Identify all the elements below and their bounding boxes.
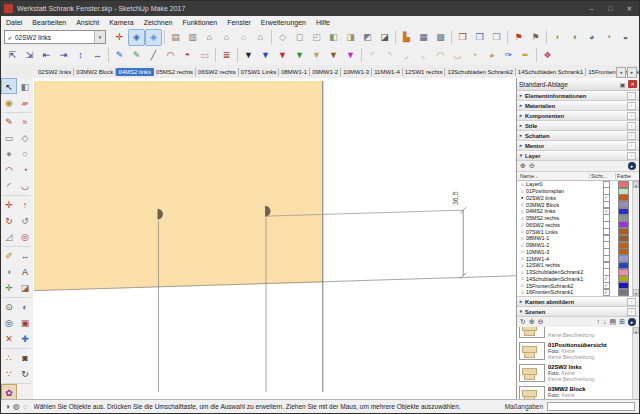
camera-tool[interactable]: ◙ xyxy=(17,349,33,365)
followme-2-icon[interactable]: ◝ xyxy=(381,47,398,64)
layer-color-swatch[interactable] xyxy=(618,289,629,296)
toolbar-icon[interactable] xyxy=(451,30,452,44)
layer-radio[interactable]: ○ xyxy=(519,189,526,194)
section-detail-icon[interactable]: ▫ xyxy=(627,132,636,140)
tray-section-bar[interactable]: ▸ Elementinformationen ▫ xyxy=(517,91,639,101)
section-detail-icon[interactable]: ▫ xyxy=(627,142,636,150)
chart-icon[interactable]: ▙ xyxy=(398,29,415,46)
add-layer-icon[interactable]: ⊕ xyxy=(520,161,526,171)
layers-section-bar[interactable]: ▾ Layer ▫ xyxy=(517,151,639,161)
menu-item[interactable]: Erweiterungen xyxy=(256,19,311,26)
drill-green-icon[interactable]: ▼ xyxy=(291,47,308,64)
toolbar-icon[interactable] xyxy=(546,30,547,44)
box-view-icon[interactable]: ▥ xyxy=(184,29,201,46)
section-detail-icon[interactable]: ▫ xyxy=(627,102,636,110)
paint-bucket-tool[interactable]: ◉ xyxy=(1,94,17,110)
toolbar-icon[interactable] xyxy=(507,30,508,44)
section-detail-icon[interactable]: ▫ xyxy=(627,122,636,130)
render-wireframe-icon[interactable]: ◻ xyxy=(291,29,308,46)
zoom-window-tool[interactable]: ▣ xyxy=(17,314,33,330)
pen-yellow-icon[interactable]: ✒ xyxy=(517,47,534,64)
layer-visible-checkbox[interactable]: ✓ xyxy=(603,289,611,297)
layer-radio[interactable]: ○ xyxy=(519,182,526,187)
pan-tool[interactable]: ✚ xyxy=(17,330,33,346)
dimension-tool[interactable]: ↔ xyxy=(17,247,33,263)
pie-tool[interactable]: ◔ xyxy=(17,161,33,177)
layer-radio[interactable]: ○ xyxy=(519,249,526,254)
rectangle-tool[interactable]: ▭ xyxy=(1,129,17,145)
dim-tool-4-icon[interactable]: ⇥ xyxy=(55,47,72,64)
move-scene-up-icon[interactable]: ↑ xyxy=(597,317,601,327)
view-options-icon[interactable]: ▤ xyxy=(610,317,617,327)
scene-details-icon[interactable]: ▸ xyxy=(628,318,636,326)
rotate-tool[interactable]: ↻ xyxy=(1,212,17,228)
dim-tool-3-icon[interactable]: ⇤ xyxy=(38,47,55,64)
scene-tab[interactable]: 03MW2 Block xyxy=(74,68,116,76)
scene-tab[interactable]: 06SW2 rechts xyxy=(196,68,239,76)
remove-layer-icon[interactable]: ⊖ xyxy=(529,161,535,171)
move-scene-down-icon[interactable]: ↓ xyxy=(603,317,607,327)
pencil-green-icon[interactable]: ✎ xyxy=(128,47,145,64)
followme-8-icon[interactable]: ◕ xyxy=(483,47,500,64)
geolocation-icon[interactable]: ◑ xyxy=(5,401,10,413)
close-button[interactable]: ✕ xyxy=(620,1,639,16)
view-tool-icon-1[interactable]: ◈ xyxy=(128,29,145,46)
measurements-input[interactable] xyxy=(547,402,635,411)
axes-tool[interactable]: ✛ xyxy=(1,279,17,295)
minimize-button[interactable]: – xyxy=(582,1,601,16)
rect-pink-icon[interactable]: ▭ xyxy=(196,47,213,64)
update-scene-icon[interactable]: ↻ xyxy=(520,317,526,327)
scroll-up-icon[interactable]: ▴ xyxy=(633,181,639,188)
render-textured-icon[interactable]: ◨ xyxy=(342,29,359,46)
scene-list-item[interactable]: 01Positionsübersicht Foto: Keine Keine B… xyxy=(517,340,639,362)
export-gray-icon[interactable]: ❒ xyxy=(488,29,505,46)
render-backedges-icon[interactable]: ◪ xyxy=(376,29,393,46)
layer-row[interactable]: ○ 16FrontenSchrank1 ✓ xyxy=(517,289,639,296)
render-monochrome-icon[interactable]: ◩ xyxy=(359,29,376,46)
arc-red-icon[interactable]: ◠ xyxy=(162,47,179,64)
arc2-red-icon[interactable]: ◓ xyxy=(179,47,196,64)
scale-tool[interactable]: ◿ xyxy=(1,228,17,244)
drawing-canvas[interactable]: 36,5 xyxy=(33,78,516,399)
scene-tab[interactable]: 10MW1-3 xyxy=(341,68,372,76)
scene-tab[interactable]: 07SW1 Links xyxy=(239,68,279,76)
shell-blue-icon[interactable]: ◕ xyxy=(583,29,600,46)
top-view-icon[interactable]: ⌂ xyxy=(218,29,235,46)
circle-tool[interactable]: ● xyxy=(1,145,17,161)
tray-section-bar[interactable]: ▸ Materialien ▫ xyxy=(517,101,639,111)
arc3-tool[interactable]: ◜ xyxy=(1,177,17,193)
layer-radio[interactable]: ○ xyxy=(519,276,526,281)
active-layer-combobox[interactable]: ✓ 02SW2 links ▾ xyxy=(4,30,106,44)
toolbar-icon[interactable] xyxy=(237,48,238,62)
drill-magenta-icon[interactable]: ▼ xyxy=(342,47,359,64)
toolbar-icon[interactable] xyxy=(108,48,109,62)
dim-tool-5-icon[interactable]: ↕ xyxy=(72,47,89,64)
select-pink-icon[interactable]: ❖ xyxy=(539,47,556,64)
scene-tab[interactable]: 05MS2 rechts xyxy=(154,68,196,76)
scene-list-item[interactable]: 02SW2 links Foto: Keine Keine Beschreibu… xyxy=(517,362,639,384)
footprints-tool[interactable]: ∵ xyxy=(1,365,17,381)
scene-tab[interactable]: 08MW1-1 xyxy=(279,68,310,76)
toolbar-icon[interactable] xyxy=(215,48,216,62)
followme-3-icon[interactable]: ◞ xyxy=(398,47,415,64)
tray-section-bar[interactable]: ▸ Stile ▫ xyxy=(517,121,639,131)
stairs-icon[interactable]: ≣ xyxy=(218,47,235,64)
menu-item[interactable]: Zeichnen xyxy=(139,19,178,26)
scene-tab[interactable]: 14Schubladen Schrank1 xyxy=(516,68,586,76)
export-red-icon[interactable]: ❒ xyxy=(454,29,471,46)
move-tool[interactable]: ✛ xyxy=(1,196,17,212)
iso-view-icon[interactable]: ⌂ xyxy=(201,29,218,46)
render-hiddenline-icon[interactable]: ◰ xyxy=(308,29,325,46)
zoom-tool[interactable]: ◎ xyxy=(1,314,17,330)
dim-tool-1-icon[interactable]: ⇱ xyxy=(4,47,21,64)
section-detail-icon[interactable]: ▫ xyxy=(627,112,636,120)
layer-radio[interactable]: ○ xyxy=(519,283,526,288)
menu-item[interactable]: Fenster xyxy=(222,19,256,26)
layer-radio[interactable]: ○ xyxy=(519,236,526,241)
tray-section-bar[interactable]: ▸ Mentor ▫ xyxy=(517,141,639,151)
render-xray-icon[interactable]: ◇ xyxy=(274,29,291,46)
toolbar-icon[interactable] xyxy=(271,30,272,44)
drill-black-icon[interactable]: ▼ xyxy=(240,47,257,64)
position-camera-tool[interactable]: ⊙ xyxy=(1,298,17,314)
push-pull-tool[interactable]: ↑ xyxy=(17,196,33,212)
